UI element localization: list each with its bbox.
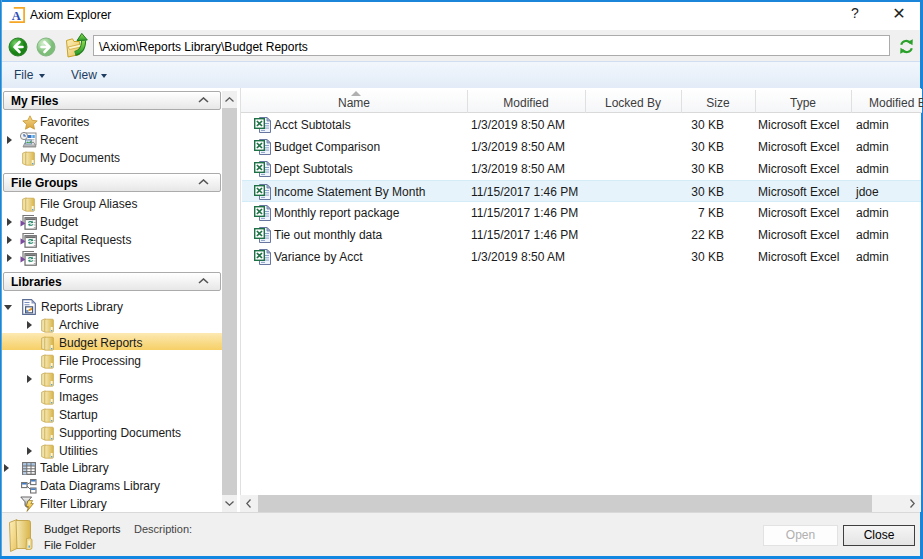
svg-text:A: A <box>12 9 21 23</box>
